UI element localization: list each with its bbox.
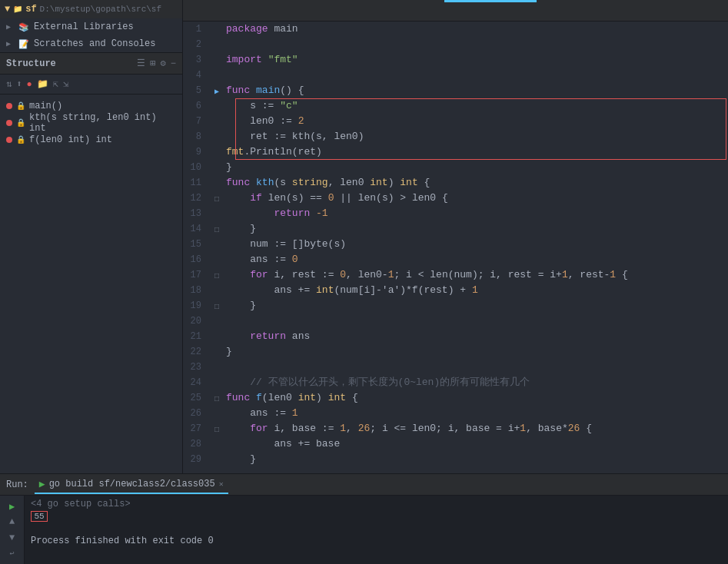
line-number: 11 — [183, 175, 211, 191]
line-number: 15 — [183, 237, 211, 252]
line-fold — [211, 406, 223, 421]
table-row: 12□ if len(s) == 0 || len(s) > len0 { — [183, 191, 728, 206]
project-name: sf — [25, 4, 36, 15]
tree-icon[interactable]: ⊞ — [150, 58, 155, 69]
line-number: 6 — [183, 98, 211, 114]
line-code[interactable]: ans := 1 — [223, 406, 728, 421]
line-code[interactable]: import "fmt" — [223, 52, 728, 68]
scroll-indicator — [444, 0, 537, 2]
line-code[interactable] — [223, 314, 728, 329]
sidebar-item-external-libraries[interactable]: ▶ 📚 External Libraries — [0, 18, 182, 35]
line-code[interactable]: len0 := 2 — [223, 114, 728, 129]
structure-panel: Structure ☰ ⊞ ⚙ − ⇅ ⬆ ● 📁 ⇱ ⇲ 🔒 — [0, 52, 182, 473]
line-code[interactable] — [223, 68, 728, 83]
line-number: 24 — [183, 375, 211, 390]
line-number: 25 — [183, 390, 211, 406]
line-code[interactable]: package main — [223, 22, 728, 37]
structure-item-kth[interactable]: 🔒 kth(s string, len0 int) int — [0, 114, 182, 131]
line-code[interactable]: ans += int(num[i]-'a')*f(rest) + 1 — [223, 283, 728, 298]
fold-icon[interactable]: □ — [214, 395, 219, 403]
line-number: 9 — [183, 144, 211, 160]
line-number: 4 — [183, 68, 211, 83]
output-text: Process finished with exit code 0 — [31, 536, 214, 546]
run-icon: ▶ — [39, 478, 45, 490]
table-row: 24 // 不管以什么开头，剩下长度为(0~len)的所有可能性有几个 — [183, 375, 728, 390]
line-number: 12 — [183, 191, 211, 206]
output-line-badge: 55 — [31, 511, 722, 522]
line-code[interactable]: } — [223, 221, 728, 237]
sort-type-icon[interactable]: ⬆ — [16, 78, 22, 90]
fold-icon[interactable]: □ — [214, 272, 219, 280]
line-number: 19 — [183, 298, 211, 314]
line-code[interactable]: } — [223, 160, 728, 175]
line-code[interactable]: // 不管以什么开头，剩下长度为(0~len)的所有可能性有几个 — [223, 375, 728, 390]
table-row: 18 ans += int(num[i]-'a')*f(rest) + 1 — [183, 283, 728, 298]
line-code[interactable]: func main() { — [223, 83, 728, 98]
run-tab[interactable]: ▶ go build sf/newclass2/class035 ✕ — [35, 476, 228, 494]
code-container[interactable]: 1package main2 3import "fmt"4 5▶func mai… — [183, 22, 728, 473]
folder-filter-icon[interactable]: 📁 — [37, 78, 48, 90]
line-code[interactable] — [223, 37, 728, 52]
line-code[interactable]: } — [223, 452, 728, 467]
line-code[interactable]: for i, rest := 0, len0-1; i < len(num); … — [223, 267, 728, 283]
table-row: 28 ans += base — [183, 436, 728, 452]
error-filter-icon[interactable]: ● — [26, 79, 32, 90]
gear-icon[interactable]: ⚙ — [161, 58, 166, 69]
line-number: 22 — [183, 344, 211, 360]
table-row: 1package main — [183, 22, 728, 37]
fold-icon[interactable]: □ — [214, 426, 219, 434]
line-code[interactable]: return -1 — [223, 206, 728, 221]
line-code[interactable]: s := "c" — [223, 98, 728, 114]
line-fold — [211, 144, 223, 160]
fold-icon[interactable]: □ — [214, 195, 219, 204]
up-button[interactable]: ▲ — [5, 516, 20, 528]
wrap-button[interactable]: ↩ — [5, 547, 20, 559]
line-fold — [211, 129, 223, 144]
minus-icon[interactable]: − — [171, 58, 176, 69]
line-code[interactable]: num := []byte(s) — [223, 237, 728, 252]
line-code[interactable]: if len(s) == 0 || len(s) > len0 { — [223, 191, 728, 206]
down-button[interactable]: ▼ — [5, 532, 20, 544]
project-header[interactable]: ▼ 📁 sf D:\mysetup\gopath\src\sf — [0, 0, 182, 18]
line-number: 26 — [183, 406, 211, 421]
run-controls: ▶ ▲ ▼ ↩ — [0, 496, 25, 564]
sidebar-item-scratches[interactable]: ▶ 📝 Scratches and Consoles — [0, 35, 182, 52]
run-tab-close-icon[interactable]: ✕ — [219, 479, 224, 489]
table-row: 17□ for i, rest := 0, len0-1; i < len(nu… — [183, 267, 728, 283]
play-button[interactable]: ▶ — [5, 500, 20, 513]
line-code[interactable]: fmt.Println(ret) — [223, 144, 728, 160]
line-code[interactable]: } — [223, 344, 728, 360]
editor-area: 1package main2 3import "fmt"4 5▶func mai… — [183, 0, 728, 473]
line-code[interactable]: } — [223, 298, 728, 314]
func-label: f(len0 int) int — [29, 134, 112, 145]
line-number: 2 — [183, 37, 211, 52]
line-fold — [211, 160, 223, 175]
structure-item-f[interactable]: 🔒 f(len0 int) int — [0, 131, 182, 148]
fold-icon[interactable]: □ — [214, 226, 219, 234]
line-code[interactable]: ret := kth(s, len0) — [223, 129, 728, 144]
sort-alpha-icon[interactable]: ⇅ — [6, 78, 12, 90]
line-code[interactable]: func f(len0 int) int { — [223, 390, 728, 406]
arrow-icon: ▶ — [6, 22, 14, 32]
collapse-icon[interactable]: ⇲ — [63, 78, 68, 90]
table-row: 9fmt.Println(ret) — [183, 144, 728, 160]
line-fold — [211, 283, 223, 298]
editor-tab-bar — [183, 0, 728, 22]
table-row: 20 — [183, 314, 728, 329]
list-icon[interactable]: ☰ — [137, 58, 145, 69]
line-number: 23 — [183, 360, 211, 375]
fold-icon[interactable]: □ — [214, 303, 219, 311]
line-code[interactable]: func kth(s string, len0 int) int { — [223, 175, 728, 191]
line-code[interactable] — [223, 360, 728, 375]
line-code[interactable]: for i, base := 1, 26; i <= len0; i, base… — [223, 421, 728, 436]
structure-title: Structure — [6, 58, 56, 69]
line-code[interactable]: ans := 0 — [223, 252, 728, 267]
line-fold: □ — [211, 191, 223, 206]
line-fold — [211, 452, 223, 467]
expand-icon[interactable]: ⇱ — [53, 78, 58, 90]
table-row: 25□func f(len0 int) int { — [183, 390, 728, 406]
line-code[interactable]: return ans — [223, 329, 728, 344]
line-code[interactable]: ans += base — [223, 436, 728, 452]
line-number: 18 — [183, 283, 211, 298]
line-fold — [211, 344, 223, 360]
